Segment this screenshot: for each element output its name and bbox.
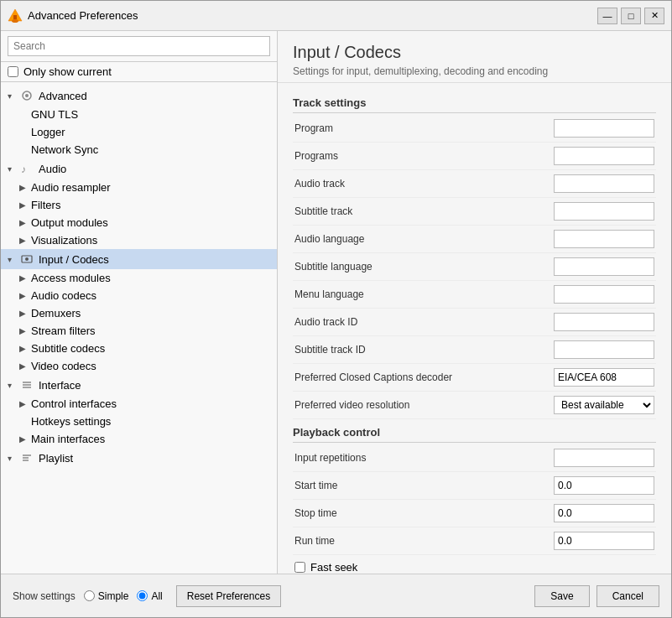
only-show-current-checkbox[interactable] bbox=[8, 66, 18, 77]
tree-item-access_modules[interactable]: ▶Access modules bbox=[1, 269, 277, 287]
run_time-input[interactable] bbox=[554, 532, 654, 550]
tree-label-audio_resampler: Audio resampler bbox=[31, 181, 111, 194]
fast_seek-checkbox[interactable] bbox=[294, 562, 305, 573]
program-label: Program bbox=[294, 122, 554, 134]
programs-input[interactable] bbox=[554, 147, 654, 165]
tree-container[interactable]: ▾AdvancedGNU TLSLoggerNetwork Sync▾♪Audi… bbox=[1, 82, 277, 574]
all-radio-label[interactable]: All bbox=[137, 590, 162, 602]
subtitle_track_id-input[interactable] bbox=[554, 340, 654, 359]
tree-item-gnu_tls[interactable]: GNU TLS bbox=[1, 106, 277, 123]
setting-row-input_repetitions: Input repetitions bbox=[293, 444, 656, 472]
subtitle_language-input[interactable] bbox=[554, 257, 654, 276]
tree-item-demuxers[interactable]: ▶Demuxers bbox=[1, 304, 277, 322]
tree-item-advanced[interactable]: ▾Advanced bbox=[1, 86, 277, 106]
subtitle_track_id-label: Subtitle track ID bbox=[294, 344, 554, 356]
tree-icon-advanced bbox=[19, 88, 34, 103]
settings-area[interactable]: Track settingsProgramProgramsAudio track… bbox=[278, 83, 671, 574]
tree-label-audio: Audio bbox=[39, 163, 66, 175]
simple-radio-label[interactable]: Simple bbox=[84, 590, 129, 602]
setting-row-menu_language: Menu language bbox=[293, 281, 656, 309]
tree-label-main_interfaces: Main interfaces bbox=[31, 433, 105, 445]
svg-point-4 bbox=[25, 94, 29, 97]
tree-item-control_interfaces[interactable]: ▶Control interfaces bbox=[1, 395, 277, 413]
audio_track-label: Audio track bbox=[294, 178, 554, 190]
tree-item-output_modules[interactable]: ▶Output modules bbox=[1, 214, 277, 231]
tree-item-hotkeys_settings[interactable]: Hotkeys settings bbox=[1, 413, 277, 430]
audio_language-label: Audio language bbox=[294, 233, 554, 245]
tree-item-main_interfaces[interactable]: ▶Main interfaces bbox=[1, 430, 277, 448]
setting-row-run_time: Run time bbox=[293, 527, 656, 555]
tree-label-hotkeys_settings: Hotkeys settings bbox=[31, 415, 111, 428]
tree-arrow-playlist: ▾ bbox=[8, 454, 19, 463]
cancel-button[interactable]: Cancel bbox=[596, 585, 659, 607]
tree-icon-audio: ♪ bbox=[19, 161, 34, 176]
save-button[interactable]: Save bbox=[534, 585, 589, 607]
tree-item-audio[interactable]: ▾♪Audio bbox=[1, 158, 277, 179]
window-controls: — □ ✕ bbox=[597, 8, 664, 24]
tree-arrow-access_modules: ▶ bbox=[19, 273, 31, 283]
simple-radio[interactable] bbox=[84, 590, 95, 601]
preferred_cc_decoder-input[interactable] bbox=[554, 368, 654, 387]
setting-row-program: Program bbox=[293, 115, 656, 143]
menu_language-input[interactable] bbox=[554, 285, 654, 304]
tree-label-stream_filters: Stream filters bbox=[31, 325, 96, 337]
tree-item-input_codecs[interactable]: ▾Input / Codecs bbox=[1, 249, 277, 269]
setting-row-audio_track: Audio track bbox=[293, 170, 656, 198]
close-button[interactable]: ✕ bbox=[644, 8, 664, 24]
audio_track_id-label: Audio track ID bbox=[294, 316, 554, 328]
all-radio[interactable] bbox=[137, 590, 148, 601]
tree-item-stream_filters[interactable]: ▶Stream filters bbox=[1, 322, 277, 340]
only-show-current-label: Only show current bbox=[23, 65, 112, 78]
all-label: All bbox=[151, 590, 162, 602]
input_repetitions-input[interactable] bbox=[554, 449, 654, 467]
menu_language-label: Menu language bbox=[294, 288, 554, 300]
reset-preferences-button[interactable]: Reset Preferences bbox=[176, 585, 281, 607]
tree-arrow-interface: ▾ bbox=[8, 381, 19, 390]
tree-label-interface: Interface bbox=[39, 379, 81, 392]
svg-rect-2 bbox=[13, 15, 17, 19]
tree-arrow-control_interfaces: ▶ bbox=[19, 399, 31, 408]
stop_time-input[interactable] bbox=[554, 504, 654, 522]
start_time-input[interactable] bbox=[554, 476, 654, 495]
tree-arrow-main_interfaces: ▶ bbox=[19, 434, 31, 444]
main-window: Advanced Preferences — □ ✕ Only show cur… bbox=[0, 0, 672, 618]
tree-item-subtitle_codecs[interactable]: ▶Subtitle codecs bbox=[1, 340, 277, 357]
preferred_video_res-label: Preferred video resolution bbox=[294, 399, 554, 411]
setting-row-stop_time: Stop time bbox=[293, 500, 656, 527]
tree-item-filters[interactable]: ▶Filters bbox=[1, 196, 277, 214]
tree-label-logger: Logger bbox=[31, 126, 65, 138]
tree-arrow-audio: ▾ bbox=[8, 164, 19, 174]
only-show-current-row: Only show current bbox=[1, 62, 277, 82]
maximize-button[interactable]: □ bbox=[621, 8, 641, 24]
tree-arrow-demuxers: ▶ bbox=[19, 309, 31, 318]
subtitle_track-input[interactable] bbox=[554, 202, 654, 221]
simple-label: Simple bbox=[98, 590, 129, 602]
right-header: Input / Codecs Settings for input, demul… bbox=[278, 31, 671, 83]
tree-item-playlist[interactable]: ▾Playlist bbox=[1, 448, 277, 468]
tree-label-video_codecs: Video codecs bbox=[31, 360, 96, 372]
programs-label: Programs bbox=[294, 150, 554, 162]
tree-item-audio_codecs[interactable]: ▶Audio codecs bbox=[1, 287, 277, 304]
tree-item-network_sync[interactable]: Network Sync bbox=[1, 141, 277, 158]
tree-item-logger[interactable]: Logger bbox=[1, 123, 277, 141]
tree-item-video_codecs[interactable]: ▶Video codecs bbox=[1, 357, 277, 375]
tree-arrow-stream_filters: ▶ bbox=[19, 326, 31, 335]
svg-text:♪: ♪ bbox=[21, 164, 26, 174]
search-bar bbox=[1, 31, 277, 62]
section-header-track_settings: Track settings bbox=[293, 90, 656, 113]
audio_language-input[interactable] bbox=[554, 230, 654, 248]
tree-icon-input_codecs bbox=[19, 252, 34, 267]
tree-icon-interface bbox=[19, 377, 34, 392]
search-input[interactable] bbox=[8, 36, 270, 56]
preferred_video_res-select[interactable]: Best available4K1080p720p480p bbox=[554, 396, 654, 414]
tree-item-visualizations[interactable]: ▶Visualizations bbox=[1, 231, 277, 249]
audio_track-input[interactable] bbox=[554, 174, 654, 193]
tree-item-audio_resampler[interactable]: ▶Audio resampler bbox=[1, 179, 277, 196]
run_time-label: Run time bbox=[294, 535, 554, 547]
minimize-button[interactable]: — bbox=[597, 8, 617, 24]
tree-label-control_interfaces: Control interfaces bbox=[31, 397, 117, 410]
audio_track_id-input[interactable] bbox=[554, 313, 654, 331]
app-icon bbox=[8, 8, 23, 23]
program-input[interactable] bbox=[554, 119, 654, 138]
tree-item-interface[interactable]: ▾Interface bbox=[1, 375, 277, 395]
